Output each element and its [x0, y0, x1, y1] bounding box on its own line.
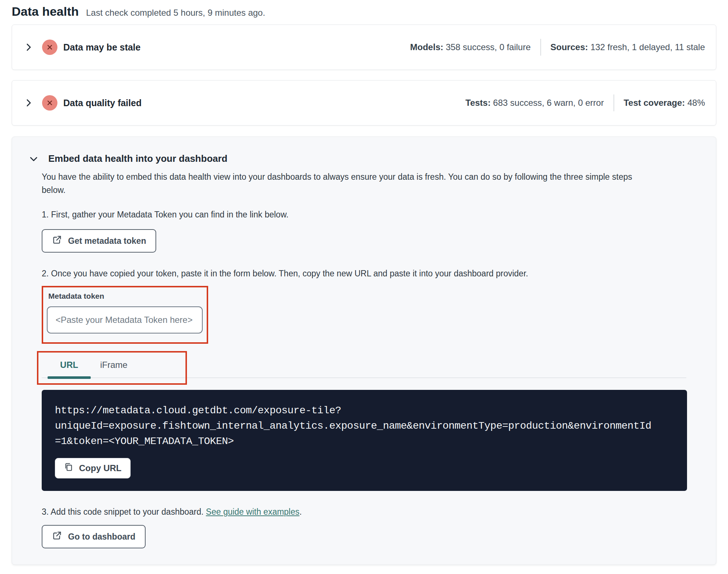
see-guide-link[interactable]: See guide with examples	[206, 507, 300, 517]
error-status-icon	[42, 40, 57, 55]
page-title: Data health	[12, 4, 79, 19]
coverage-stat: Test coverage: 48%	[624, 98, 705, 108]
code-line: uniqueId=exposure.fishtown_internal_anal…	[55, 418, 674, 434]
output-format-tabs: URL iFrame	[42, 355, 686, 378]
last-check-status: Last check completed 5 hours, 9 minutes …	[86, 8, 265, 18]
external-link-icon	[52, 235, 62, 247]
error-status-icon	[42, 95, 57, 111]
chevron-down-icon[interactable]	[28, 153, 39, 164]
embed-section: Embed data health into your dashboard Yo…	[12, 137, 716, 565]
sources-stat-label: Sources:	[551, 42, 588, 52]
embed-description: You have the ability to embed this data …	[42, 170, 649, 197]
quality-row-title: Data quality failed	[63, 98, 142, 108]
data-health-page: Data health Last check completed 5 hours…	[0, 0, 728, 565]
step3-suffix: .	[300, 507, 302, 517]
go-to-dashboard-label: Go to dashboard	[68, 532, 135, 542]
freshness-card: Data may be stale Models: 358 success, 0…	[12, 25, 716, 70]
get-metadata-token-button[interactable]: Get metadata token	[42, 229, 156, 253]
chevron-right-icon[interactable]	[23, 42, 34, 53]
copy-url-button[interactable]: Copy URL	[55, 458, 131, 478]
tests-stat-label: Tests:	[465, 98, 491, 108]
code-line: =1&token=<YOUR_METADATA_TOKEN>	[55, 434, 674, 449]
coverage-stat-label: Test coverage:	[624, 98, 685, 108]
chevron-right-icon[interactable]	[23, 97, 34, 108]
stats-divider	[540, 39, 541, 56]
step2-text: 2. Once you have copied your token, past…	[42, 269, 686, 279]
external-link-icon	[52, 530, 62, 543]
metadata-token-input[interactable]	[47, 306, 203, 333]
tab-iframe[interactable]: iFrame	[91, 355, 136, 377]
code-line: https://metadata.cloud.getdbt.com/exposu…	[55, 403, 674, 418]
freshness-row-stats: Models: 358 success, 0 failure Sources: …	[410, 39, 705, 56]
sources-stat-value: 132 fresh, 1 delayed, 11 stale	[590, 42, 705, 52]
models-stat-label: Models:	[410, 42, 443, 52]
step3-text: 3. Add this code snippet to your dashboa…	[42, 507, 686, 517]
freshness-accordion-row[interactable]: Data may be stale Models: 358 success, 0…	[12, 25, 716, 70]
tab-url[interactable]: URL	[47, 355, 91, 377]
step1-text: 1. First, gather your Metadata Token you…	[42, 210, 686, 220]
quality-row-stats: Tests: 683 success, 6 warn, 0 error Test…	[465, 94, 705, 111]
page-header: Data health Last check completed 5 hours…	[12, 4, 716, 19]
copy-url-label: Copy URL	[79, 463, 121, 473]
embed-body: You have the ability to embed this data …	[23, 170, 705, 548]
sources-stat: Sources: 132 fresh, 1 delayed, 11 stale	[551, 42, 705, 52]
stats-divider	[613, 94, 614, 111]
freshness-row-title: Data may be stale	[63, 42, 140, 53]
models-stat-value: 358 success, 0 failure	[446, 42, 530, 52]
step3-prefix: 3. Add this code snippet to your dashboa…	[42, 507, 206, 517]
get-metadata-token-label: Get metadata token	[68, 236, 146, 246]
embed-url-code-block: https://metadata.cloud.getdbt.com/exposu…	[42, 390, 687, 491]
go-to-dashboard-button[interactable]: Go to dashboard	[42, 525, 146, 548]
embed-heading: Embed data health into your dashboard	[48, 153, 228, 164]
copy-icon	[64, 462, 74, 474]
quality-accordion-row[interactable]: Data quality failed Tests: 683 success, …	[12, 81, 716, 125]
metadata-token-label: Metadata token	[48, 292, 207, 301]
coverage-stat-value: 48%	[687, 98, 705, 108]
quality-card: Data quality failed Tests: 683 success, …	[12, 80, 716, 126]
models-stat: Models: 358 success, 0 failure	[410, 42, 530, 52]
embed-accordion-header[interactable]: Embed data health into your dashboard	[23, 153, 705, 164]
token-form-annotation-box: Metadata token	[42, 286, 208, 344]
tests-stat-value: 683 success, 6 warn, 0 error	[493, 98, 604, 108]
tests-stat: Tests: 683 success, 6 warn, 0 error	[465, 98, 604, 108]
